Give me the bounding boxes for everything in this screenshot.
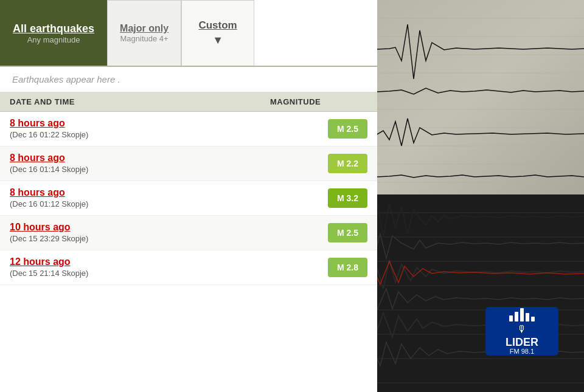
tab-major-only[interactable]: Major only Magnitude 4+ bbox=[107, 0, 181, 66]
eq-detail: (Dec 16 01:12 Skopje) bbox=[10, 199, 88, 208]
earthquake-list: 8 hours ago (Dec 16 01:22 Skopje) M 2.5 … bbox=[0, 112, 377, 285]
eq-detail: (Dec 15 23:29 Skopje) bbox=[10, 234, 88, 243]
magnitude-badge: M 2.8 bbox=[328, 258, 367, 277]
eq-time-link[interactable]: 10 hours ago bbox=[10, 222, 328, 233]
eq-time-info: 8 hours ago (Dec 16 01:22 Skopje) bbox=[10, 118, 328, 140]
eq-time-info: 12 hours ago (Dec 15 21:14 Skopje) bbox=[10, 256, 328, 278]
magnitude-badge: M 2.5 bbox=[328, 223, 367, 242]
col-datetime-header: DATE AND TIME bbox=[10, 97, 270, 106]
col-magnitude-header: MAGNITUDE bbox=[270, 97, 367, 106]
tab-bar: All earthquakes Any magnitude Major only… bbox=[0, 0, 377, 67]
table-header: DATE AND TIME MAGNITUDE bbox=[0, 92, 377, 112]
eq-time-info: 8 hours ago (Dec 16 01:12 Skopje) bbox=[10, 187, 328, 209]
eq-time-link[interactable]: 8 hours ago bbox=[10, 118, 328, 129]
eq-detail: (Dec 15 21:14 Skopje) bbox=[10, 269, 88, 278]
lider-brand-text: LIDER bbox=[506, 337, 538, 348]
tab-all-earthquakes[interactable]: All earthquakes Any magnitude bbox=[0, 0, 107, 66]
eq-time-link[interactable]: 8 hours ago bbox=[10, 187, 328, 198]
table-row: 8 hours ago (Dec 16 01:14 Skopje) M 2.2 bbox=[0, 146, 377, 181]
magnitude-badge: M 2.5 bbox=[328, 119, 367, 139]
tab-custom-title: Custom bbox=[198, 19, 237, 32]
table-row: 10 hours ago (Dec 15 23:29 Skopje) M 2.5 bbox=[0, 216, 377, 250]
tab-all-subtitle: Any magnitude bbox=[27, 35, 80, 44]
tab-custom[interactable]: Custom ▼ bbox=[181, 0, 254, 66]
chevron-down-icon: ▼ bbox=[212, 34, 223, 47]
eq-time-link[interactable]: 8 hours ago bbox=[10, 153, 328, 163]
appear-message: Earthquakes appear here . bbox=[0, 67, 377, 92]
lider-fm-logo[interactable]: 🎙 LIDER FM 98.1 bbox=[485, 307, 558, 356]
table-row: 8 hours ago (Dec 16 01:12 Skopje) M 3.2 bbox=[0, 181, 377, 216]
magnitude-badge: M 2.2 bbox=[328, 154, 367, 173]
tab-all-title: All earthquakes bbox=[13, 22, 94, 35]
eq-detail: (Dec 16 01:22 Skopje) bbox=[10, 130, 88, 139]
tab-major-subtitle: Magnitude 4+ bbox=[120, 34, 168, 43]
table-row: 8 hours ago (Dec 16 01:22 Skopje) M 2.5 bbox=[0, 112, 377, 146]
microphone-icon: 🎙 bbox=[517, 324, 527, 335]
magnitude-badge: M 3.2 bbox=[328, 188, 367, 208]
lider-bars-icon bbox=[509, 308, 535, 322]
content-panel: All earthquakes Any magnitude Major only… bbox=[0, 0, 377, 392]
tab-major-title: Major only bbox=[120, 23, 169, 34]
lider-frequency-text: FM 98.1 bbox=[510, 348, 534, 355]
eq-time-link[interactable]: 12 hours ago bbox=[10, 256, 328, 267]
svg-rect-1 bbox=[353, 0, 584, 194]
eq-time-info: 10 hours ago (Dec 15 23:29 Skopje) bbox=[10, 222, 328, 244]
eq-time-info: 8 hours ago (Dec 16 01:14 Skopje) bbox=[10, 153, 328, 174]
table-row: 12 hours ago (Dec 15 21:14 Skopje) M 2.8 bbox=[0, 250, 377, 285]
eq-detail: (Dec 16 01:14 Skopje) bbox=[10, 165, 88, 174]
